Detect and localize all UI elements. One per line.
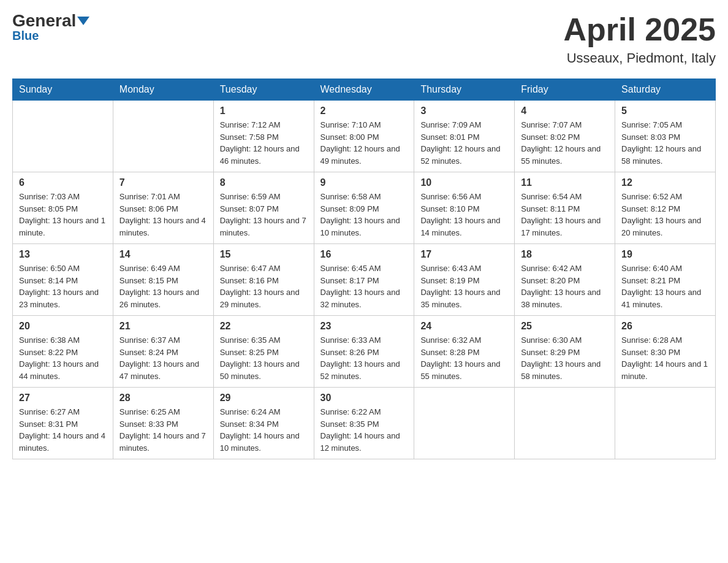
day-info: Sunrise: 6:22 AMSunset: 8:35 PMDaylight:…: [320, 406, 408, 454]
calendar-cell: 24Sunrise: 6:32 AMSunset: 8:28 PMDayligh…: [414, 316, 515, 388]
day-number: 8: [220, 177, 308, 188]
day-info: Sunrise: 6:45 AMSunset: 8:17 PMDaylight:…: [320, 262, 408, 310]
calendar-cell: 16Sunrise: 6:45 AMSunset: 8:17 PMDayligh…: [314, 244, 414, 316]
day-number: 18: [521, 249, 609, 260]
day-info: Sunrise: 6:28 AMSunset: 8:30 PMDaylight:…: [621, 334, 709, 382]
calendar-cell: 20Sunrise: 6:38 AMSunset: 8:22 PMDayligh…: [13, 316, 113, 388]
page-header: General Blue April 2025 Usseaux, Piedmon…: [12, 12, 716, 66]
day-info: Sunrise: 7:09 AMSunset: 8:01 PMDaylight:…: [420, 119, 508, 167]
calendar-cell: 17Sunrise: 6:43 AMSunset: 8:19 PMDayligh…: [414, 244, 515, 316]
calendar-cell: [13, 101, 113, 172]
day-info: Sunrise: 6:25 AMSunset: 8:33 PMDaylight:…: [119, 406, 207, 454]
day-info: Sunrise: 7:01 AMSunset: 8:06 PMDaylight:…: [119, 191, 207, 239]
calendar-cell: [113, 101, 213, 172]
calendar-cell: 7Sunrise: 7:01 AMSunset: 8:06 PMDaylight…: [113, 172, 213, 244]
calendar-cell: 13Sunrise: 6:50 AMSunset: 8:14 PMDayligh…: [13, 244, 113, 316]
day-info: Sunrise: 6:54 AMSunset: 8:11 PMDaylight:…: [521, 191, 609, 239]
calendar-cell: 2Sunrise: 7:10 AMSunset: 8:00 PMDaylight…: [314, 101, 414, 172]
logo-general-text: General: [12, 12, 76, 29]
calendar-cell: 15Sunrise: 6:47 AMSunset: 8:16 PMDayligh…: [213, 244, 314, 316]
calendar-day-header: Friday: [515, 79, 615, 101]
day-number: 9: [320, 177, 408, 188]
day-number: 25: [521, 321, 609, 332]
day-number: 17: [420, 249, 508, 260]
calendar-cell: [615, 388, 716, 459]
calendar-cell: 21Sunrise: 6:37 AMSunset: 8:24 PMDayligh…: [113, 316, 213, 388]
calendar-cell: 26Sunrise: 6:28 AMSunset: 8:30 PMDayligh…: [615, 316, 716, 388]
logo-blue-text: Blue: [12, 29, 39, 42]
calendar-cell: 29Sunrise: 6:24 AMSunset: 8:34 PMDayligh…: [213, 388, 314, 459]
calendar-cell: 6Sunrise: 7:03 AMSunset: 8:05 PMDaylight…: [13, 172, 113, 244]
day-info: Sunrise: 6:37 AMSunset: 8:24 PMDaylight:…: [119, 334, 207, 382]
day-number: 28: [119, 393, 207, 404]
day-info: Sunrise: 7:03 AMSunset: 8:05 PMDaylight:…: [19, 191, 107, 239]
calendar-cell: 1Sunrise: 7:12 AMSunset: 7:58 PMDaylight…: [213, 101, 314, 172]
calendar-cell: 4Sunrise: 7:07 AMSunset: 8:02 PMDaylight…: [515, 101, 615, 172]
day-number: 6: [19, 177, 107, 188]
calendar-day-header: Sunday: [13, 79, 113, 101]
calendar-cell: 11Sunrise: 6:54 AMSunset: 8:11 PMDayligh…: [515, 172, 615, 244]
calendar-cell: 5Sunrise: 7:05 AMSunset: 8:03 PMDaylight…: [615, 101, 716, 172]
calendar-week-row: 1Sunrise: 7:12 AMSunset: 7:58 PMDaylight…: [13, 101, 716, 172]
calendar-week-row: 20Sunrise: 6:38 AMSunset: 8:22 PMDayligh…: [13, 316, 716, 388]
calendar-cell: 3Sunrise: 7:09 AMSunset: 8:01 PMDaylight…: [414, 101, 515, 172]
calendar-day-header: Thursday: [414, 79, 515, 101]
calendar-day-header: Saturday: [615, 79, 716, 101]
day-number: 13: [19, 249, 107, 260]
day-info: Sunrise: 6:49 AMSunset: 8:15 PMDaylight:…: [119, 262, 207, 310]
calendar-cell: 28Sunrise: 6:25 AMSunset: 8:33 PMDayligh…: [113, 388, 213, 459]
day-number: 1: [220, 105, 308, 117]
calendar-cell: 22Sunrise: 6:35 AMSunset: 8:25 PMDayligh…: [213, 316, 314, 388]
day-number: 3: [420, 105, 508, 117]
calendar-cell: 30Sunrise: 6:22 AMSunset: 8:35 PMDayligh…: [314, 388, 414, 459]
day-number: 14: [119, 249, 207, 260]
day-info: Sunrise: 7:10 AMSunset: 8:00 PMDaylight:…: [320, 119, 408, 167]
calendar-week-row: 13Sunrise: 6:50 AMSunset: 8:14 PMDayligh…: [13, 244, 716, 316]
day-info: Sunrise: 6:47 AMSunset: 8:16 PMDaylight:…: [220, 262, 308, 310]
day-info: Sunrise: 6:59 AMSunset: 8:07 PMDaylight:…: [220, 191, 308, 239]
day-number: 24: [420, 321, 508, 332]
day-info: Sunrise: 6:33 AMSunset: 8:26 PMDaylight:…: [320, 334, 408, 382]
day-number: 23: [320, 321, 408, 332]
day-number: 16: [320, 249, 408, 260]
day-info: Sunrise: 6:35 AMSunset: 8:25 PMDaylight:…: [220, 334, 308, 382]
location-subtitle: Usseaux, Piedmont, Italy: [563, 50, 716, 66]
day-number: 11: [521, 177, 609, 188]
day-info: Sunrise: 6:58 AMSunset: 8:09 PMDaylight:…: [320, 191, 408, 239]
day-number: 10: [420, 177, 508, 188]
calendar-week-row: 27Sunrise: 6:27 AMSunset: 8:31 PMDayligh…: [13, 388, 716, 459]
calendar-cell: 23Sunrise: 6:33 AMSunset: 8:26 PMDayligh…: [314, 316, 414, 388]
month-year-title: April 2025: [563, 12, 716, 47]
calendar-cell: [515, 388, 615, 459]
day-number: 4: [521, 105, 609, 117]
day-number: 22: [220, 321, 308, 332]
calendar-cell: 8Sunrise: 6:59 AMSunset: 8:07 PMDaylight…: [213, 172, 314, 244]
day-number: 19: [621, 249, 709, 260]
calendar-cell: 9Sunrise: 6:58 AMSunset: 8:09 PMDaylight…: [314, 172, 414, 244]
day-info: Sunrise: 6:56 AMSunset: 8:10 PMDaylight:…: [420, 191, 508, 239]
day-info: Sunrise: 6:32 AMSunset: 8:28 PMDaylight:…: [420, 334, 508, 382]
calendar-cell: [414, 388, 515, 459]
calendar-cell: 10Sunrise: 6:56 AMSunset: 8:10 PMDayligh…: [414, 172, 515, 244]
day-number: 29: [220, 393, 308, 404]
calendar-day-header: Monday: [113, 79, 213, 101]
calendar-cell: 27Sunrise: 6:27 AMSunset: 8:31 PMDayligh…: [13, 388, 113, 459]
day-number: 20: [19, 321, 107, 332]
day-number: 26: [621, 321, 709, 332]
day-info: Sunrise: 6:50 AMSunset: 8:14 PMDaylight:…: [19, 262, 107, 310]
day-info: Sunrise: 6:43 AMSunset: 8:19 PMDaylight:…: [420, 262, 508, 310]
day-number: 7: [119, 177, 207, 188]
day-info: Sunrise: 6:42 AMSunset: 8:20 PMDaylight:…: [521, 262, 609, 310]
day-number: 30: [320, 393, 408, 404]
day-info: Sunrise: 6:24 AMSunset: 8:34 PMDaylight:…: [220, 406, 308, 454]
day-info: Sunrise: 6:38 AMSunset: 8:22 PMDaylight:…: [19, 334, 107, 382]
day-info: Sunrise: 6:30 AMSunset: 8:29 PMDaylight:…: [521, 334, 609, 382]
day-number: 5: [621, 105, 709, 117]
day-number: 21: [119, 321, 207, 332]
calendar-cell: 14Sunrise: 6:49 AMSunset: 8:15 PMDayligh…: [113, 244, 213, 316]
day-info: Sunrise: 7:05 AMSunset: 8:03 PMDaylight:…: [621, 119, 709, 167]
day-info: Sunrise: 6:40 AMSunset: 8:21 PMDaylight:…: [621, 262, 709, 310]
calendar-cell: 18Sunrise: 6:42 AMSunset: 8:20 PMDayligh…: [515, 244, 615, 316]
day-info: Sunrise: 7:12 AMSunset: 7:58 PMDaylight:…: [220, 119, 308, 167]
day-number: 15: [220, 249, 308, 260]
